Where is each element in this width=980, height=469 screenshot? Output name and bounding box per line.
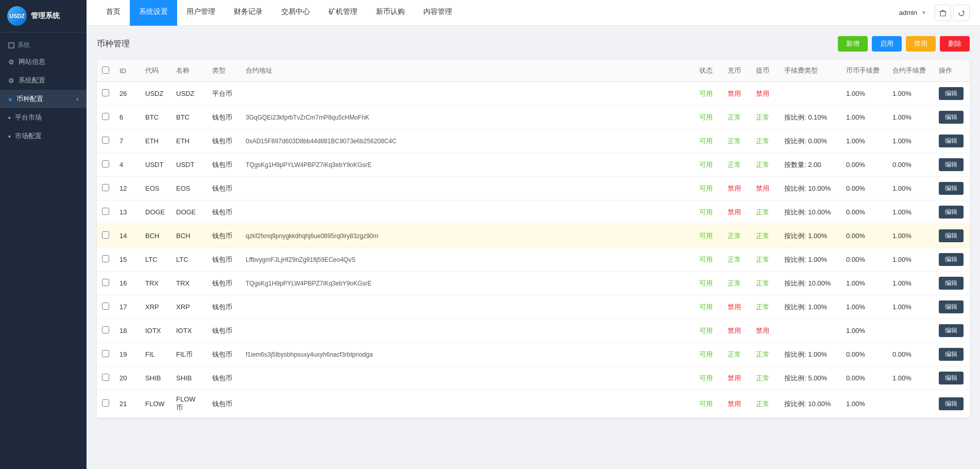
add-button[interactable]: 新增 (838, 36, 868, 52)
refresh-nav-button[interactable] (953, 5, 970, 21)
nav-item-new-coin[interactable]: 新币认购 (367, 0, 414, 26)
nav-item-home[interactable]: 首页 (97, 0, 130, 26)
enable-button[interactable]: 启用 (872, 36, 902, 52)
row-status: 可用 (694, 82, 723, 106)
square-icon (8, 42, 14, 48)
row-name: LTC (171, 248, 207, 272)
nav-item-user-management[interactable]: 用户管理 (177, 0, 225, 26)
row-fee-type: 按比例: 10.00% (779, 390, 841, 418)
sidebar-item-website-info[interactable]: ⚙ 网站信息 (0, 53, 87, 71)
row-id: 20 (114, 366, 140, 390)
row-checkbox[interactable] (102, 374, 109, 381)
edit-button[interactable]: 编辑 (939, 135, 964, 147)
edit-button[interactable]: 编辑 (939, 87, 964, 100)
table-row: 16 TRX TRX 钱包币 TQgsKg1H9pPYLW4PBPZ7iKq3e… (97, 272, 970, 295)
row-checkbox[interactable] (102, 399, 109, 407)
admin-dropdown[interactable]: admin ▼ (893, 9, 933, 16)
row-type: 钱包币 (207, 319, 240, 343)
row-checkbox[interactable] (102, 208, 109, 215)
page-title: 币种管理 (97, 39, 130, 49)
row-contract-fee: 1.00% (887, 106, 934, 129)
row-id: 13 (114, 200, 140, 224)
delete-nav-button[interactable] (935, 5, 951, 21)
th-status: 状态 (694, 60, 723, 82)
row-coin-fee: 1.00% (841, 82, 887, 106)
row-name: DOGE (171, 200, 207, 224)
edit-button[interactable]: 编辑 (939, 229, 964, 242)
nav-item-finance-records[interactable]: 财务记录 (225, 0, 272, 26)
row-checkbox[interactable] (102, 255, 109, 262)
row-address (240, 295, 694, 319)
row-operation: 编辑 (934, 343, 970, 366)
row-address: 0xAD15F897d603D8bb44d881BC9073e6b256208C… (240, 129, 694, 153)
edit-button[interactable]: 编辑 (939, 111, 964, 124)
row-coin-fee: 1.00% (841, 319, 887, 343)
sidebar-item-system-config[interactable]: ⚙ 系统配置 (0, 71, 87, 90)
row-checkbox[interactable] (102, 113, 109, 120)
row-name: FLOW币 (171, 390, 207, 418)
sidebar-item-platform-market[interactable]: ▪ 平台市场 (0, 108, 87, 127)
th-checkbox (97, 60, 114, 82)
table-row: 18 IOTX IOTX 钱包币 可用 禁用 禁用 1.00% 编辑 (97, 319, 970, 343)
row-status: 可用 (694, 343, 723, 366)
edit-button[interactable]: 编辑 (939, 348, 964, 361)
row-contract-fee: 1.00% (887, 366, 934, 390)
row-address: f1iem6s3j5tbysbhpsuxy4uxyh6nacf3rbtpnodg… (240, 343, 694, 366)
row-name: XRP (171, 295, 207, 319)
row-checkbox[interactable] (102, 303, 109, 310)
row-checkbox[interactable] (102, 231, 109, 239)
row-type: 钱包币 (207, 224, 240, 248)
edit-button[interactable]: 编辑 (939, 277, 964, 290)
nav-item-system-settings[interactable]: 系统设置 (130, 0, 177, 26)
row-coin-fee: 1.00% (841, 295, 887, 319)
row-coin-fee: 0.00% (841, 343, 887, 366)
row-type: 钱包币 (207, 153, 240, 177)
delete-button[interactable]: 删除 (940, 36, 970, 52)
row-status: 可用 (694, 295, 723, 319)
row-checkbox[interactable] (102, 326, 109, 333)
row-operation: 编辑 (934, 224, 970, 248)
row-code: EOS (140, 177, 171, 200)
svg-rect-1 (940, 11, 945, 16)
edit-button[interactable]: 编辑 (939, 182, 964, 195)
row-status: 可用 (694, 248, 723, 272)
sidebar-item-label: 系统配置 (19, 76, 45, 85)
trash-icon (939, 9, 947, 16)
row-charge: 禁用 (723, 319, 751, 343)
edit-button[interactable]: 编辑 (939, 206, 964, 219)
content-area: 币种管理 新增 启用 禁用 删除 ID 代码 名称 (87, 26, 980, 469)
edit-button[interactable]: 编辑 (939, 158, 964, 171)
edit-button[interactable]: 编辑 (939, 300, 964, 313)
row-coin-fee: 0.00% (841, 153, 887, 177)
sidebar-item-market-config[interactable]: ▪ 市场配置 (0, 127, 87, 145)
row-charge: 禁用 (723, 177, 751, 200)
th-operation: 操作 (934, 60, 970, 82)
row-checkbox[interactable] (102, 160, 109, 167)
sidebar-item-coin-config[interactable]: ● 币种配置 › (0, 90, 87, 108)
sidebar-system-section: 系统 ⚙ 网站信息 ⚙ 系统配置 ● 币种配置 › ▪ 平台市场 ▪ 市场配置 (0, 32, 87, 150)
row-withdraw: 正常 (751, 295, 779, 319)
edit-button[interactable]: 编辑 (939, 372, 964, 384)
edit-button[interactable]: 编辑 (939, 324, 964, 337)
row-checkbox[interactable] (102, 279, 109, 286)
edit-button[interactable]: 编辑 (939, 253, 964, 266)
nav-item-trading-center[interactable]: 交易中心 (272, 0, 319, 26)
row-checkbox[interactable] (102, 137, 109, 144)
disable-button[interactable]: 禁用 (906, 36, 936, 52)
row-checkbox[interactable] (102, 350, 109, 357)
sidebar-section-title: 系统 (0, 38, 87, 53)
edit-button[interactable]: 编辑 (939, 397, 964, 410)
nav-item-mining-management[interactable]: 矿机管理 (319, 0, 367, 26)
row-coin-fee: 1.00% (841, 129, 887, 153)
row-checkbox[interactable] (102, 184, 109, 191)
select-all-checkbox[interactable] (102, 66, 109, 74)
table-row: 4 USDT USDT 钱包币 TQgsKg1H9pPYLW4PBPZ7iKq3… (97, 153, 970, 177)
row-id: 6 (114, 106, 140, 129)
table-row: 7 ETH ETH 钱包币 0xAD15F897d603D8bb44d881BC… (97, 129, 970, 153)
nav-item-content-management[interactable]: 内容管理 (414, 0, 461, 26)
sidebar: USDZ 管理系统 系统 ⚙ 网站信息 ⚙ 系统配置 ● 币种配置 (0, 0, 87, 469)
row-coin-fee: 0.00% (841, 177, 887, 200)
bar-chart-icon: ▪ (8, 114, 11, 122)
row-checkbox[interactable] (102, 89, 109, 96)
row-charge: 禁用 (723, 390, 751, 418)
